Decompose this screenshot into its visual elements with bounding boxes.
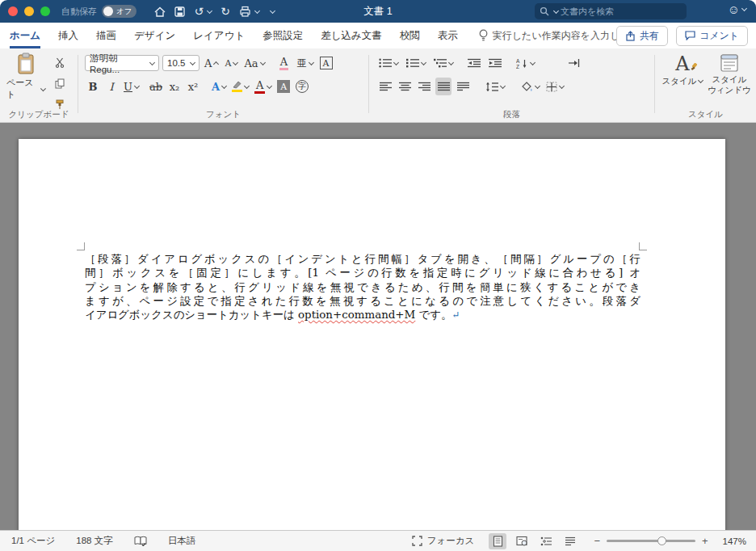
- font-name-chevron-icon: [149, 60, 155, 65]
- redo-button[interactable]: ↻: [220, 6, 230, 17]
- paste-button[interactable]: ペースト: [6, 53, 45, 104]
- search-scope-chevron-icon[interactable]: [553, 7, 559, 13]
- outdent-icon: [468, 58, 481, 68]
- grow-font-button[interactable]: A: [203, 54, 220, 72]
- align-center-button[interactable]: [397, 78, 413, 95]
- tab-insert[interactable]: 挿入: [58, 23, 78, 48]
- justify-button[interactable]: [435, 78, 452, 95]
- font-size-select[interactable]: 10.5: [162, 55, 200, 71]
- clear-formatting-button[interactable]: A: [276, 54, 292, 72]
- tab-mailings[interactable]: 差し込み文書: [321, 23, 382, 48]
- sort-chevron-icon: [530, 59, 536, 65]
- document-page[interactable]: ［段落］ダイアログボックスの［インデントと行間幅］タブを開き、［間隔］グループの…: [19, 139, 725, 530]
- word-count[interactable]: 188 文字: [76, 535, 112, 547]
- tab-view[interactable]: 表示: [438, 23, 458, 48]
- tab-references[interactable]: 参照設定: [262, 23, 303, 48]
- save-button[interactable]: [174, 6, 185, 17]
- zoom-in-button[interactable]: +: [702, 535, 708, 547]
- document-text[interactable]: ［段落］ダイアログボックスの［インデントと行間幅］タブを開き、［間隔］グループの…: [85, 252, 640, 322]
- font-color-button[interactable]: A: [253, 78, 273, 95]
- search-input[interactable]: [561, 6, 682, 16]
- minimize-window-button[interactable]: [24, 6, 34, 16]
- text-effects-chevron-icon: [221, 82, 227, 88]
- tab-draw[interactable]: 描画: [96, 23, 116, 48]
- tab-design[interactable]: デザイン: [134, 23, 175, 48]
- zoom-slider-thumb[interactable]: [657, 536, 666, 545]
- decrease-indent-button[interactable]: [466, 54, 482, 72]
- character-shading-button[interactable]: A: [275, 78, 292, 95]
- zoom-slider[interactable]: [607, 540, 695, 542]
- customize-toolbar-button[interactable]: [268, 9, 275, 15]
- shrink-font-button[interactable]: A: [223, 54, 239, 72]
- sort-button[interactable]: AZ: [514, 54, 536, 72]
- tab-layout[interactable]: レイアウト: [193, 23, 245, 48]
- underline-button[interactable]: U: [122, 78, 141, 95]
- character-border-button[interactable]: A: [318, 54, 334, 72]
- language-button[interactable]: 日本語: [168, 535, 196, 547]
- line-spacing-button[interactable]: [484, 78, 506, 95]
- align-right-button[interactable]: [416, 78, 432, 95]
- format-painter-icon: [55, 99, 65, 110]
- enclose-characters-button[interactable]: 字: [294, 78, 310, 95]
- highlight-chevron-icon: [244, 82, 250, 88]
- print-button[interactable]: [239, 6, 259, 17]
- draft-view-button[interactable]: [561, 533, 579, 549]
- print-layout-view-button[interactable]: [489, 533, 506, 549]
- page-count[interactable]: 1/1 ページ: [11, 535, 55, 547]
- zoom-window-button[interactable]: [40, 6, 50, 16]
- numbering-button[interactable]: [405, 54, 427, 72]
- style-window-button[interactable]: スタイルウィンドウ: [707, 53, 752, 95]
- text-line: ますが、ページ設定で指定された行数を無視することになるので注意してください。段落…: [85, 294, 640, 308]
- print-dropdown-chevron-icon[interactable]: [254, 7, 260, 13]
- subscript-button[interactable]: x₂: [166, 78, 183, 95]
- tab-home[interactable]: ホーム: [10, 23, 40, 48]
- borders-grid-icon: [546, 82, 557, 92]
- superscript-button[interactable]: x²: [185, 78, 201, 95]
- outline-view-button[interactable]: [537, 533, 555, 549]
- undo-button[interactable]: ↺: [194, 6, 212, 17]
- borders-button[interactable]: [544, 78, 565, 95]
- clear-formatting-eraser-icon: [279, 68, 288, 70]
- text-effects-button[interactable]: A: [210, 78, 228, 95]
- font-name-select[interactable]: 游明朝 Regu...: [85, 55, 159, 71]
- multilevel-list-button[interactable]: [432, 54, 455, 72]
- bold-button[interactable]: B: [85, 78, 101, 95]
- feedback-button[interactable]: ☺: [728, 2, 746, 16]
- strikethrough-button[interactable]: ab: [148, 78, 164, 95]
- comments-button[interactable]: コメント: [676, 26, 748, 46]
- bullets-chevron-icon: [393, 59, 399, 65]
- distribute-button[interactable]: [455, 78, 471, 95]
- styles-button[interactable]: A スタイル: [662, 53, 704, 86]
- web-layout-view-button[interactable]: [513, 533, 531, 549]
- cut-button[interactable]: [52, 53, 68, 71]
- zoom-out-button[interactable]: −: [594, 535, 600, 547]
- focus-mode-button[interactable]: フォーカス: [412, 535, 475, 547]
- search-box[interactable]: [535, 3, 687, 19]
- close-window-button[interactable]: [8, 6, 18, 16]
- italic-button[interactable]: I: [103, 78, 120, 95]
- paste-chevron-icon: [40, 86, 46, 91]
- shading-button[interactable]: [519, 78, 541, 95]
- autosave-toggle[interactable]: オフ: [102, 5, 136, 18]
- grow-font-arrow-icon: [213, 61, 219, 66]
- undo-dropdown-chevron-icon[interactable]: [207, 7, 212, 13]
- undo-icon: ↺: [194, 6, 204, 17]
- highlight-button[interactable]: [230, 78, 250, 95]
- paint-bucket-icon: [521, 82, 533, 92]
- copy-icon: [55, 78, 65, 89]
- increase-indent-button[interactable]: [487, 54, 503, 72]
- distribute-icon: [457, 82, 469, 91]
- home-button[interactable]: [154, 6, 166, 17]
- text-direction-button[interactable]: [565, 54, 582, 72]
- share-button[interactable]: 共有: [616, 26, 668, 46]
- change-case-button[interactable]: Aa: [242, 54, 266, 72]
- align-left-button[interactable]: [377, 78, 393, 95]
- copy-button[interactable]: [52, 74, 68, 92]
- bullets-button[interactable]: [377, 54, 400, 72]
- zoom-percent[interactable]: 147%: [723, 536, 746, 546]
- phonetic-guide-button[interactable]: 亜: [296, 54, 315, 72]
- tab-review[interactable]: 校閲: [400, 23, 420, 48]
- spellcheck-status-button[interactable]: [134, 536, 147, 546]
- ribbon-tab-bar: ホーム 挿入 描画 デザイン レイアウト 参照設定 差し込み文書 校閲 表示 実…: [0, 23, 756, 48]
- traffic-lights: [8, 6, 50, 16]
